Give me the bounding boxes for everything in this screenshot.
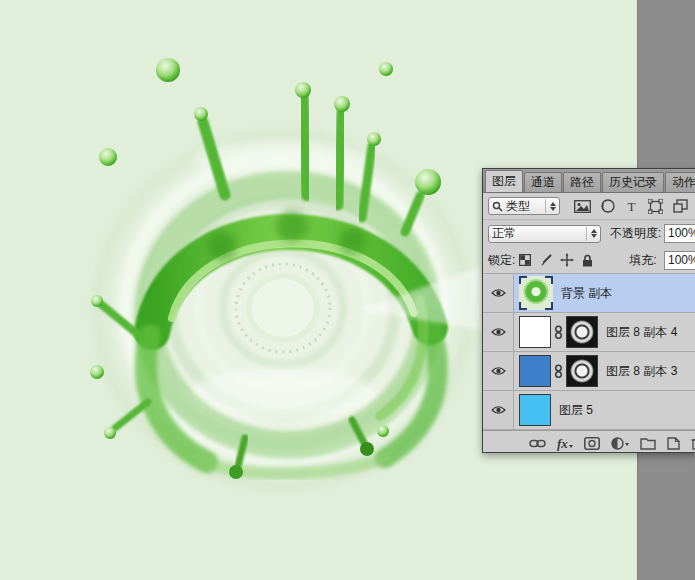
visibility-toggle[interactable] [483,274,514,312]
layer-name[interactable]: 图层 8 副本 3 [606,363,677,380]
layer-filter-row: 类型 T [483,193,695,220]
visibility-toggle[interactable] [483,313,514,351]
adjustment-layer-filter-icon[interactable] [601,199,615,214]
layer-row-layer8-copy3[interactable]: 图层 8 副本 3 [483,352,695,391]
layer-thumbnail[interactable] [519,355,551,387]
new-group-button[interactable] [640,438,656,450]
smart-object-filter-icon[interactable] [673,199,688,214]
layer-thumbnail[interactable] [519,394,551,426]
tab-channels[interactable]: 通道 [524,172,562,192]
type-layer-filter-icon[interactable]: T [625,199,638,214]
lock-all-icon[interactable] [582,253,593,267]
blend-mode-select[interactable]: 正常 [488,225,601,243]
caret-down-icon [569,445,573,448]
lock-label: 锁定: [488,252,515,269]
new-layer-button[interactable] [667,437,680,450]
blend-mode-spinner-icon [586,227,597,241]
tab-paths[interactable]: 路径 [563,172,601,192]
layer-thumbnail[interactable] [519,316,551,348]
pixel-layer-filter-icon[interactable] [574,199,591,214]
adjustment-layer-button[interactable] [611,437,629,450]
search-icon [492,201,503,212]
eye-icon [491,288,506,298]
layer-row-main[interactable]: 图层 5 [514,391,695,429]
layer-thumbnail-splash[interactable] [519,276,553,310]
layer-row-layer8-copy4[interactable]: 图层 8 副本 4 [483,313,695,352]
eye-icon [491,327,506,337]
opacity-input[interactable]: 100% [664,224,695,243]
lock-pixels-brush-icon[interactable] [539,253,552,267]
link-layers-button[interactable] [529,439,546,448]
photoshop-workspace: 图层 通道 路径 历史记录 动作 类型 [0,0,695,580]
visibility-toggle[interactable] [483,391,514,429]
fill-input[interactable]: 100% [664,251,695,270]
layer-row-background-copy[interactable]: 背景 副本 [483,274,695,313]
svg-text:T: T [628,200,636,213]
layer-list: 背景 副本 图层 8 副本 4 [483,274,695,430]
delete-layer-button[interactable] [691,437,695,450]
tab-actions[interactable]: 动作 [665,172,695,192]
layer-name[interactable]: 图层 5 [559,402,593,419]
fx-label: fx [557,436,568,452]
layer-row-main[interactable]: 图层 8 副本 4 [514,313,695,351]
layer-mask-thumbnail[interactable] [566,316,598,348]
mask-link-icon[interactable] [554,364,563,379]
layer-mask-thumbnail[interactable] [566,355,598,387]
eye-icon [491,366,506,376]
shape-layer-filter-icon[interactable] [648,199,663,214]
filter-type-label: 类型 [506,198,530,215]
lock-transparency-icon[interactable] [519,253,531,267]
lock-position-icon[interactable] [560,253,574,267]
lock-row: 锁定: 填充: 100% [483,247,695,274]
blend-mode-row: 正常 不透明度: 100% [483,220,695,247]
layer-style-button[interactable]: fx [557,436,573,452]
layer-row-main[interactable]: 图层 8 副本 3 [514,352,695,390]
eye-icon [491,405,506,415]
filter-type-spinner-icon [545,199,556,213]
fill-label: 填充: [629,252,656,269]
add-layer-mask-button[interactable] [584,437,600,450]
caret-down-icon [625,443,629,446]
layers-panel-toolbar: fx [483,430,695,453]
blend-mode-value: 正常 [492,225,516,242]
lock-icon-group [519,253,593,267]
layer-name[interactable]: 背景 副本 [561,285,612,302]
tab-history[interactable]: 历史记录 [602,172,664,192]
opacity-label: 不透明度: [610,225,661,242]
panel-resize-grip[interactable] [568,452,612,453]
panel-tab-bar: 图层 通道 路径 历史记录 动作 [483,169,695,193]
layer-name[interactable]: 图层 8 副本 4 [606,324,677,341]
layers-panel: 图层 通道 路径 历史记录 动作 类型 [482,168,695,453]
layer-row-main[interactable]: 背景 副本 [514,274,695,312]
filter-icon-group: T [574,199,688,214]
layer-row-layer5[interactable]: 图层 5 [483,391,695,430]
filter-type-select[interactable]: 类型 [488,197,560,215]
visibility-toggle[interactable] [483,352,514,390]
mask-link-icon[interactable] [554,325,563,340]
tab-layers[interactable]: 图层 [485,170,523,192]
